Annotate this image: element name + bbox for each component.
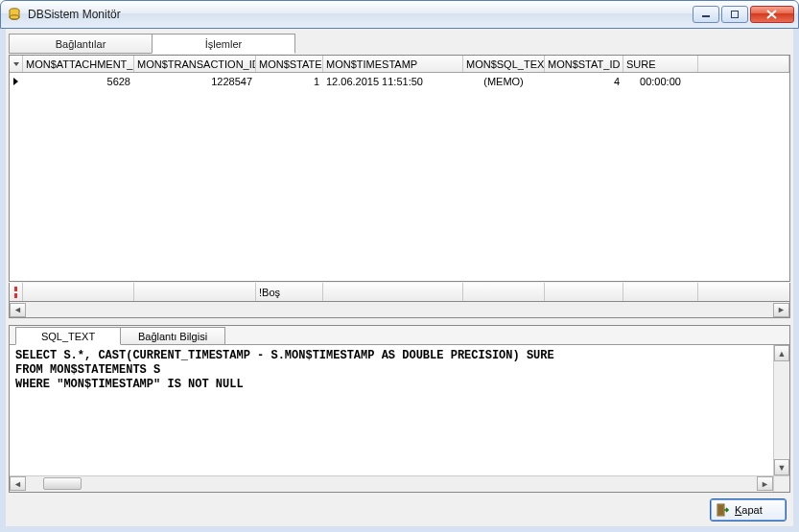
close-window-button[interactable] — [750, 6, 794, 23]
col-transaction-id[interactable]: MON$TRANSACTION_ID — [134, 56, 256, 72]
footer-sqltex — [463, 283, 545, 301]
tab-sql-text[interactable]: SQL_TEXT — [15, 327, 121, 345]
footer-statid — [545, 283, 623, 301]
tab-transactions[interactable]: İşlemler — [152, 34, 295, 54]
hscroll-track[interactable] — [82, 476, 757, 492]
footer-fill — [698, 283, 789, 301]
footer-timestamp — [323, 283, 463, 301]
grid-hscrollbar[interactable]: ◄ ► — [9, 302, 790, 318]
col-filler — [698, 56, 789, 72]
scroll-up-icon[interactable]: ▲ — [774, 345, 789, 361]
scroll-left-icon[interactable]: ◄ — [10, 303, 26, 317]
data-grid[interactable]: MON$ATTACHMENT_ID MON$TRANSACTION_ID MON… — [9, 55, 790, 282]
door-exit-icon — [717, 503, 730, 517]
cell-sql-tex: (MEMO) — [463, 73, 545, 90]
cell-sure: 00:00:00 — [623, 73, 698, 90]
scroll-right-icon[interactable]: ► — [773, 303, 789, 317]
scroll-track[interactable] — [26, 303, 773, 317]
footer-attachment — [23, 283, 134, 301]
tab-connection-info[interactable]: Bağlantı Bilgisi — [120, 327, 225, 345]
detail-panel: SQL_TEXT Bağlantı Bilgisi SELECT S.*, CA… — [9, 325, 790, 493]
grid-footer: !Boş — [9, 283, 790, 302]
sub-tabs: SQL_TEXT Bağlantı Bilgisi — [10, 326, 789, 345]
window-border: Bağlantılar İşlemler MON$ATTACHMENT_ID M… — [0, 29, 799, 532]
scroll-corner — [773, 475, 789, 492]
title-bar: DBSistem Monitör — [0, 0, 799, 29]
col-stat-id[interactable]: MON$STAT_ID — [545, 56, 623, 72]
col-sql-tex[interactable]: MON$SQL_TEX — [463, 56, 545, 72]
svg-rect-8 — [718, 505, 723, 515]
hscroll-thumb[interactable] — [43, 477, 82, 490]
scroll-down-icon[interactable]: ▼ — [774, 459, 789, 475]
vscroll-track[interactable] — [774, 361, 789, 459]
sql-text-view[interactable]: SELECT S.*, CAST(CURRENT_TIMESTAMP - S.M… — [15, 349, 772, 474]
tab-connections[interactable]: Bağlantılar — [9, 34, 153, 54]
app-icon — [7, 7, 22, 22]
cell-timestamp: 12.06.2015 11:51:50 — [323, 73, 463, 90]
col-attachment-id[interactable]: MON$ATTACHMENT_ID — [23, 56, 134, 72]
footer-sure — [623, 283, 698, 301]
sql-scroll-right-icon[interactable]: ► — [757, 476, 773, 491]
col-timestamp[interactable]: MON$TIMESTAMP — [323, 56, 463, 72]
svg-rect-5 — [14, 287, 17, 291]
bottom-bar: Kapat — [9, 497, 790, 523]
cell-state: 1 — [256, 73, 323, 90]
row-indicator-icon — [10, 73, 23, 90]
cell-stat-id: 4 — [545, 73, 623, 90]
client-area: Bağlantılar İşlemler MON$ATTACHMENT_ID M… — [9, 32, 790, 523]
cell-attachment-id: 5628 — [23, 73, 134, 90]
sql-scroll-left-icon[interactable]: ◄ — [10, 476, 26, 491]
sql-vscrollbar[interactable]: ▲ ▼ — [773, 345, 789, 475]
close-button-label: Kapat — [735, 504, 763, 516]
grid-header-selector[interactable] — [10, 56, 23, 72]
minimize-button[interactable] — [693, 6, 719, 23]
col-state[interactable]: MON$STATE — [256, 56, 323, 72]
col-sure[interactable]: SURE — [623, 56, 698, 72]
cell-transaction-id: 1228547 — [134, 73, 256, 90]
footer-state: !Boş — [256, 283, 323, 301]
top-tabs: Bağlantılar İşlemler — [9, 34, 790, 55]
sql-hscrollbar[interactable]: ◄ ► — [10, 475, 773, 492]
footer-transaction — [134, 283, 256, 301]
footer-indicator — [10, 283, 23, 301]
grid-header: MON$ATTACHMENT_ID MON$TRANSACTION_ID MON… — [10, 56, 789, 73]
svg-rect-6 — [14, 293, 17, 298]
table-row[interactable]: 5628 1228547 1 12.06.2015 11:51:50 (MEMO… — [10, 73, 789, 90]
window-title: DBSistem Monitör — [28, 8, 693, 21]
close-button[interactable]: Kapat — [710, 498, 787, 521]
sql-area: SELECT S.*, CAST(CURRENT_TIMESTAMP - S.M… — [10, 345, 789, 492]
maximize-button[interactable] — [721, 6, 748, 23]
